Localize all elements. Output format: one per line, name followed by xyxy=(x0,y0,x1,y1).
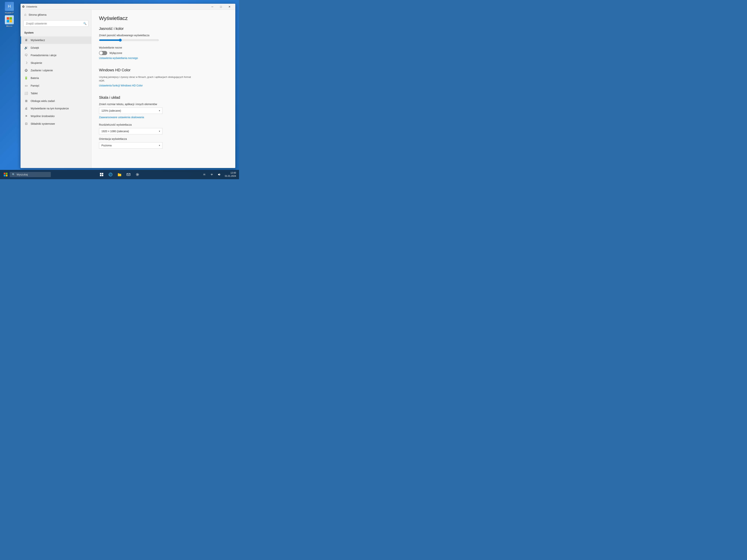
nav-label-shared: Wspólne środowisko xyxy=(31,115,54,117)
resolution-dropdown-arrow: ▾ xyxy=(159,130,160,133)
nav-item-focus[interactable]: ☽ Skupienie xyxy=(21,59,91,66)
scale-section-title: Skala i układ xyxy=(99,96,228,100)
clock-time: 12:00 xyxy=(225,171,236,175)
nav-label-storage: Pamięć xyxy=(31,84,40,87)
nav-item-notifications[interactable]: 🗨 Powiadomienia i akcje xyxy=(21,52,91,59)
hd-color-section-title: Windows HD Color xyxy=(99,68,228,72)
taskbar-center-icons xyxy=(98,170,141,179)
nav-item-tablet[interactable]: ⬜ Tablet xyxy=(21,89,91,97)
nav-item-multitask[interactable]: ⊞ Obsługa wielu zadań xyxy=(21,97,91,105)
brightness-section-title: Jasność i kolor xyxy=(99,27,228,31)
tray-language[interactable]: Ai xyxy=(201,170,208,179)
night-light-toggle-label: Wyłączone xyxy=(109,52,122,54)
focus-nav-icon: ☽ xyxy=(24,61,28,64)
left-panel: ⌂ Strona główna 🔍 System 🖥 Wyświetlacz 🔊… xyxy=(21,10,92,168)
nav-item-display[interactable]: 🖥 Wyświetlacz xyxy=(21,36,91,44)
taskbar-settings[interactable] xyxy=(133,170,141,179)
nav-item-battery[interactable]: 🔋 Bateria xyxy=(21,74,91,82)
resolution-dropdown[interactable]: 1920 × 1080 (zalecana) ▾ xyxy=(99,128,162,134)
search-icon: 🔍 xyxy=(83,22,86,25)
nav-item-projection[interactable]: 🖨 Wyświetlanie na tym komputerze xyxy=(21,105,91,112)
nav-label-focus: Skupienie xyxy=(31,61,42,64)
shared-nav-icon: ✕ xyxy=(24,114,28,118)
orientation-label: Orientacja wyświetlacza xyxy=(99,137,228,140)
orientation-dropdown-value: Pozioma xyxy=(101,144,111,147)
home-label: Strona główna xyxy=(29,13,47,16)
nav-item-storage[interactable]: ▭ Pamięć xyxy=(21,82,91,89)
nav-item-shared[interactable]: ✕ Wspólne środowisko xyxy=(21,112,91,120)
taskbar-mail[interactable] xyxy=(124,170,133,179)
home-icon: ⌂ xyxy=(24,13,26,17)
system-clock[interactable]: 12:00 01.01.2024 xyxy=(223,171,237,178)
display-nav-icon: 🖥 xyxy=(24,38,28,42)
nav-label-projection: Wyświetlanie na tym komputerze xyxy=(31,107,69,110)
svg-rect-4 xyxy=(4,173,5,175)
nav-label-notifications: Powiadomienia i akcje xyxy=(31,54,57,57)
minimize-button[interactable]: ─ xyxy=(208,4,216,10)
home-link[interactable]: ⌂ Strona główna xyxy=(21,10,91,20)
nav-label-system-components: Składniki systemowe xyxy=(31,122,55,125)
nav-label-power: Zasilanie i uśpienie xyxy=(31,69,53,72)
sound-nav-icon: 🔊 xyxy=(24,46,28,50)
taskbar-edge[interactable] xyxy=(106,170,115,179)
svg-rect-5 xyxy=(6,173,7,175)
taskbar-explorer[interactable] xyxy=(115,170,124,179)
svg-rect-13 xyxy=(118,174,121,176)
projection-nav-icon: 🖨 xyxy=(24,107,28,110)
taskbar: 🔍 Wyszukaj xyxy=(0,170,239,179)
nav-label-display: Wyświetlacz xyxy=(31,38,45,42)
right-panel: Wyświetlacz Jasność i kolor Zmień jasnoś… xyxy=(92,10,235,168)
svg-rect-2 xyxy=(7,20,9,22)
title-bar-title: Ustawienia xyxy=(26,5,37,8)
nav-item-system-components[interactable]: ⊡ Składniki systemowe xyxy=(21,120,91,128)
notifications-nav-icon: 🗨 xyxy=(24,54,28,57)
tray-wifi[interactable] xyxy=(208,170,215,179)
taskbar-search-icon: 🔍 xyxy=(12,173,15,176)
night-light-toggle[interactable] xyxy=(99,51,107,55)
huawei-icon-label: Huawei P xyxy=(5,11,14,14)
orientation-dropdown-arrow: ▾ xyxy=(159,144,160,147)
toggle-knob xyxy=(99,51,103,55)
clock-date: 01.01.2024 xyxy=(225,175,236,178)
taskbar-task-view[interactable] xyxy=(98,170,106,179)
svg-rect-10 xyxy=(100,175,101,176)
hd-color-settings-link[interactable]: Ustawienia funkcji Windows HD Color xyxy=(99,84,228,87)
svg-point-15 xyxy=(137,174,138,175)
brightness-slider[interactable] xyxy=(99,38,159,42)
nav-item-sound[interactable]: 🔊 Dźwięk xyxy=(21,44,91,52)
scale-dropdown[interactable]: 125% (zalecane) ▾ xyxy=(99,108,162,114)
night-light-settings-link[interactable]: Ustawienia wyświetlania nocnego xyxy=(99,57,228,59)
power-nav-icon: ⏻ xyxy=(24,69,28,72)
search-input[interactable] xyxy=(24,20,88,27)
scale-dropdown-value: 125% (zalecane) xyxy=(101,109,121,112)
multitask-nav-icon: ⊞ xyxy=(24,99,28,103)
microsoft-icon-label: Micros xyxy=(6,25,12,27)
settings-window: ⚙ Ustawienia ─ □ ✕ ⌂ Strona główna 🔍 Sys… xyxy=(21,4,235,168)
taskbar-search-label: Wyszukaj xyxy=(17,173,28,176)
taskbar-search[interactable]: 🔍 Wyszukaj xyxy=(10,172,51,177)
svg-rect-14 xyxy=(127,174,130,176)
window-body: ⌂ Strona główna 🔍 System 🖥 Wyświetlacz 🔊… xyxy=(21,10,235,168)
desktop-icon-microsoft[interactable]: Micros xyxy=(2,15,17,27)
svg-rect-3 xyxy=(9,20,12,22)
start-button[interactable] xyxy=(1,170,10,179)
storage-nav-icon: ▭ xyxy=(24,84,28,87)
scale-dropdown-arrow: ▾ xyxy=(159,109,160,112)
battery-nav-icon: 🔋 xyxy=(24,76,28,80)
svg-rect-11 xyxy=(102,175,103,176)
system-components-nav-icon: ⊡ xyxy=(24,122,28,126)
close-button[interactable]: ✕ xyxy=(225,4,234,10)
orientation-dropdown[interactable]: Pozioma ▾ xyxy=(99,142,162,149)
svg-rect-0 xyxy=(7,17,9,20)
search-box: 🔍 xyxy=(24,20,88,27)
maximize-button[interactable]: □ xyxy=(216,4,225,10)
hd-color-description: Uzyskaj jaśniejszy i żywszy obraz w film… xyxy=(99,75,196,82)
night-light-toggle-row: Wyłączone xyxy=(99,51,228,55)
nav-item-power[interactable]: ⏻ Zasilanie i uśpienie xyxy=(21,66,91,74)
title-bar: ⚙ Ustawienia ─ □ ✕ xyxy=(21,4,235,10)
svg-rect-9 xyxy=(102,173,103,175)
advanced-scale-link[interactable]: Zaawansowane ustawienia skalowania xyxy=(99,116,228,119)
nav-label-multitask: Obsługa wielu zadań xyxy=(31,100,55,103)
desktop-icon-huawei[interactable]: H Huawei P xyxy=(2,2,17,14)
tray-volume[interactable] xyxy=(216,170,223,179)
